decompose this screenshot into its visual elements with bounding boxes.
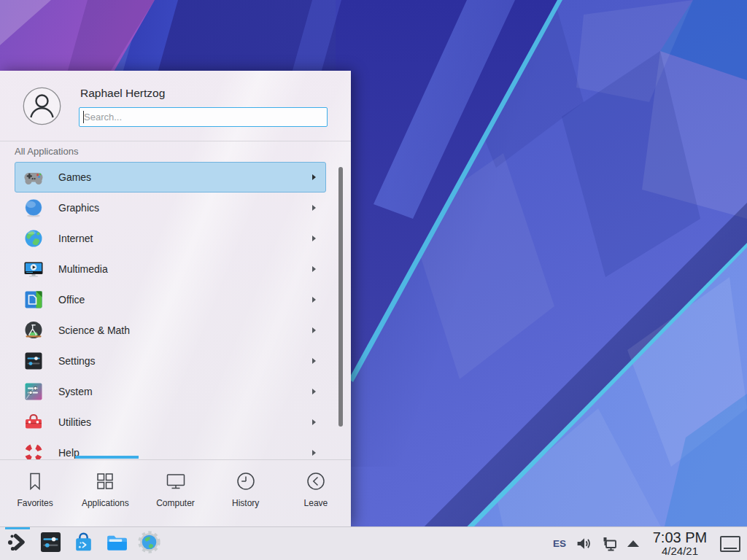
category-help[interactable]: Help: [15, 438, 326, 459]
tab-label: Favorites: [17, 498, 53, 508]
keyboard-layout-indicator[interactable]: ES: [553, 538, 566, 549]
tab-label: History: [232, 498, 259, 508]
system-tray: ES 7:03 PM 4/24/21: [553, 527, 747, 560]
submenu-arrow-icon: [312, 236, 316, 241]
tab-label: Computer: [156, 498, 195, 508]
volume-icon[interactable]: [576, 535, 592, 552]
category-label: Utilities: [58, 416, 91, 428]
clock-date: 4/24/21: [649, 545, 711, 557]
digital-clock[interactable]: 7:03 PM 4/24/21: [649, 530, 711, 557]
grid-icon: [94, 470, 116, 492]
category-label: Multimedia: [58, 263, 108, 275]
category-label: Internet: [58, 233, 93, 244]
sliders-dark-icon: [23, 351, 44, 371]
tab-label: Applications: [82, 498, 129, 508]
application-launcher-menu: Raphael Hertzog All Applications: [0, 71, 351, 526]
globe-icon: [23, 228, 44, 249]
category-settings[interactable]: Settings: [15, 346, 326, 376]
search-input[interactable]: [79, 107, 328, 127]
sliders-color-icon: [23, 381, 44, 402]
monitor-play-icon: [23, 259, 44, 279]
submenu-arrow-icon: [312, 205, 316, 211]
category-office[interactable]: Office: [15, 284, 326, 315]
gear-globe-icon: [137, 530, 161, 557]
category-utilities[interactable]: Utilities: [15, 407, 326, 438]
lifesaver-icon: [23, 443, 44, 459]
category-system[interactable]: System: [15, 376, 326, 407]
category-label: Graphics: [58, 202, 99, 214]
sliders-dark-icon: [39, 530, 63, 557]
tab-label: Leave: [304, 498, 328, 508]
gamepad-icon: [23, 167, 44, 187]
section-label: All Applications: [15, 146, 78, 157]
header-divider: [0, 141, 351, 141]
tab-history[interactable]: History: [211, 460, 281, 526]
scrollbar-thumb[interactable]: [338, 167, 343, 427]
taskbar: ES 7:03 PM 4/24/21: [0, 526, 747, 560]
taskbar-app-web-browser[interactable]: [135, 527, 163, 560]
category-label: System: [58, 386, 93, 397]
category-label: Games: [58, 171, 91, 183]
submenu-arrow-icon: [312, 174, 316, 180]
category-internet[interactable]: Internet: [15, 223, 326, 254]
submenu-arrow-icon: [312, 297, 316, 303]
active-tab-indicator: [75, 456, 139, 459]
launcher-tab-bar: Favorites Applications C: [0, 459, 351, 526]
submenu-arrow-icon: [312, 327, 316, 333]
toolbox-icon: [23, 412, 44, 432]
taskbar-app-file-manager[interactable]: [102, 527, 130, 560]
bookmark-icon: [24, 470, 46, 492]
category-graphics[interactable]: Graphics: [15, 192, 326, 223]
tab-computer[interactable]: Computer: [140, 460, 210, 526]
documents-icon: [23, 289, 44, 310]
user-avatar[interactable]: [23, 87, 61, 125]
submenu-arrow-icon: [312, 389, 316, 394]
leave-circle-icon: [305, 470, 327, 492]
category-list: Games Graphics: [15, 162, 326, 459]
taskbar-app-icons: [0, 527, 168, 560]
expand-tray-arrow-icon[interactable]: [627, 540, 639, 547]
submenu-arrow-icon: [312, 266, 316, 272]
taskbar-app-discover[interactable]: [69, 527, 97, 560]
desktop-screen: Raphael Hertzog All Applications: [0, 0, 747, 560]
kde-kicker-icon: [6, 530, 30, 557]
category-label: Science & Math: [58, 324, 130, 336]
monitor-icon: [165, 470, 187, 492]
category-science-math[interactable]: Science & Math: [15, 315, 326, 346]
shopping-bag-icon: [71, 530, 96, 557]
flask-icon: [23, 320, 44, 341]
clock-time: 7:03 PM: [649, 530, 711, 545]
category-games[interactable]: Games: [15, 162, 326, 192]
submenu-arrow-icon: [312, 358, 316, 364]
submenu-arrow-icon: [312, 419, 316, 425]
taskbar-app-launcher[interactable]: [4, 527, 31, 560]
text-cursor: [83, 111, 84, 123]
category-label: Office: [58, 294, 85, 306]
tab-favorites[interactable]: Favorites: [0, 460, 70, 526]
taskbar-app-system-settings[interactable]: [36, 527, 64, 560]
user-name: Raphael Hertzog: [80, 87, 165, 100]
tab-applications[interactable]: Applications: [70, 460, 140, 526]
blue-sphere-icon: [23, 198, 44, 218]
tab-leave[interactable]: Leave: [281, 460, 351, 526]
folder-icon: [104, 530, 128, 557]
category-label: Settings: [58, 355, 96, 367]
active-app-indicator: [5, 527, 30, 529]
clock-icon: [235, 470, 257, 492]
submenu-arrow-icon: [312, 450, 316, 456]
show-desktop-button[interactable]: [720, 536, 740, 552]
network-icon[interactable]: [601, 535, 619, 553]
category-multimedia[interactable]: Multimedia: [15, 254, 326, 284]
